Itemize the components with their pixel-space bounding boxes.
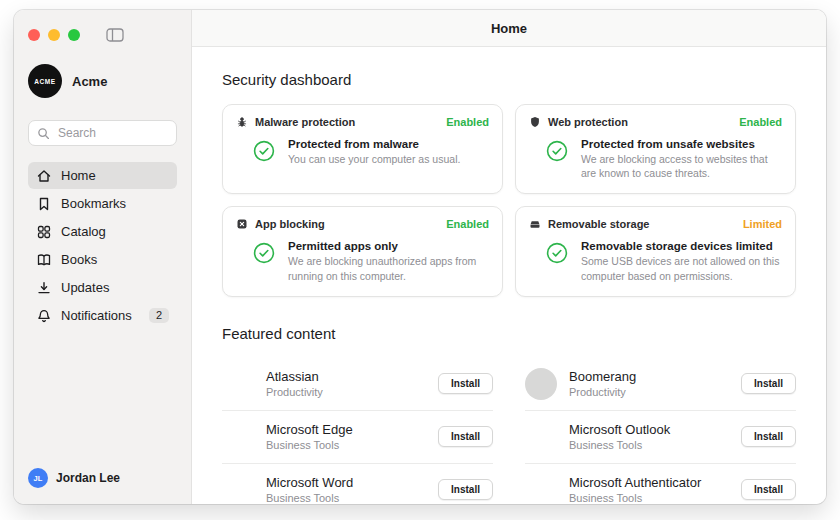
minimize-window-button[interactable] bbox=[48, 29, 60, 41]
window-titlebar bbox=[28, 28, 177, 42]
card-headline: Removable storage devices limited bbox=[581, 240, 782, 252]
search-icon bbox=[37, 127, 50, 140]
status-badge: Enabled bbox=[446, 116, 489, 128]
install-button[interactable]: Install bbox=[741, 373, 796, 394]
acme-logo: ACME bbox=[28, 64, 62, 98]
check-circle-icon bbox=[545, 139, 569, 180]
security-card-removable-storage: Removable storage Limited Removable stor… bbox=[515, 206, 796, 296]
security-card-malware: Malware protection Enabled Protected fro… bbox=[222, 104, 503, 194]
card-title: Removable storage bbox=[548, 218, 649, 230]
app-icon bbox=[222, 474, 254, 504]
page-title: Home bbox=[491, 21, 527, 36]
app-category: Productivity bbox=[569, 386, 636, 398]
user-avatar: JL bbox=[28, 468, 48, 488]
zoom-window-button[interactable] bbox=[68, 29, 80, 41]
app-name: Atlassian bbox=[266, 369, 323, 384]
app-icon bbox=[222, 368, 254, 400]
card-headline: Protected from malware bbox=[288, 138, 460, 150]
bug-icon bbox=[236, 116, 248, 128]
sidebar-item-updates[interactable]: Updates bbox=[28, 274, 177, 301]
app-category: Productivity bbox=[266, 386, 323, 398]
card-title: Malware protection bbox=[255, 116, 355, 128]
sidebar-item-label: Updates bbox=[61, 280, 109, 295]
page: ACME Acme Home bbox=[0, 0, 840, 520]
app-row-microsoft-outlook: Microsoft Outlook Business Tools Install bbox=[525, 411, 796, 464]
main-header: Home bbox=[192, 10, 826, 47]
sidebar-toggle-icon[interactable] bbox=[106, 28, 124, 42]
grid-icon bbox=[36, 224, 52, 240]
status-badge: Limited bbox=[743, 218, 782, 230]
app-category: Business Tools bbox=[266, 439, 353, 451]
app-icon bbox=[525, 474, 557, 504]
card-description: We are blocking access to websites that … bbox=[581, 152, 782, 180]
card-headline: Permitted apps only bbox=[288, 240, 489, 252]
sidebar-item-label: Catalog bbox=[61, 224, 106, 239]
app-row-atlassian: Atlassian Productivity Install bbox=[222, 358, 493, 411]
featured-apps: Atlassian Productivity Install Boomerang… bbox=[222, 358, 796, 504]
app-icon bbox=[525, 421, 557, 453]
install-button[interactable]: Install bbox=[741, 479, 796, 500]
close-window-button[interactable] bbox=[28, 29, 40, 41]
app-window: ACME Acme Home bbox=[14, 10, 826, 504]
check-circle-icon bbox=[252, 241, 276, 282]
app-row-microsoft-authenticator: Microsoft Authenticator Business Tools I… bbox=[525, 464, 796, 504]
search-input[interactable] bbox=[56, 125, 168, 141]
traffic-lights bbox=[28, 29, 80, 41]
app-row-boomerang: Boomerang Productivity Install bbox=[525, 358, 796, 411]
app-category: Business Tools bbox=[569, 492, 701, 504]
card-description: We are blocking unauthorized apps from r… bbox=[288, 254, 489, 282]
app-name: Microsoft Word bbox=[266, 475, 353, 490]
card-title: App blocking bbox=[255, 218, 325, 230]
book-icon bbox=[36, 252, 52, 268]
sidebar: ACME Acme Home bbox=[14, 10, 192, 504]
card-headline: Protected from unsafe websites bbox=[581, 138, 782, 150]
featured-section-title: Featured content bbox=[222, 325, 796, 342]
install-button[interactable]: Install bbox=[438, 426, 493, 447]
main-area: Home Security dashboard bbox=[192, 10, 826, 504]
card-description: Some USB devices are not allowed on this… bbox=[581, 254, 782, 282]
sidebar-item-catalog[interactable]: Catalog bbox=[28, 218, 177, 245]
install-button[interactable]: Install bbox=[741, 426, 796, 447]
search-field[interactable] bbox=[28, 120, 177, 146]
security-card-web: Web protection Enabled Protected from un… bbox=[515, 104, 796, 194]
status-badge: Enabled bbox=[446, 218, 489, 230]
notifications-badge: 2 bbox=[149, 308, 169, 323]
app-row-microsoft-word: Microsoft Word Business Tools Install bbox=[222, 464, 493, 504]
app-row-microsoft-edge: Microsoft Edge Business Tools Install bbox=[222, 411, 493, 464]
security-card-app-blocking: App blocking Enabled Permitted apps only bbox=[222, 206, 503, 296]
install-button[interactable]: Install bbox=[438, 373, 493, 394]
download-icon bbox=[36, 280, 52, 296]
app-name: Microsoft Edge bbox=[266, 422, 353, 437]
status-badge: Enabled bbox=[739, 116, 782, 128]
sidebar-item-books[interactable]: Books bbox=[28, 246, 177, 273]
card-title: Web protection bbox=[548, 116, 628, 128]
security-section-title: Security dashboard bbox=[222, 71, 796, 88]
card-description: You can use your computer as usual. bbox=[288, 152, 460, 166]
sidebar-item-notifications[interactable]: Notifications 2 bbox=[28, 302, 177, 329]
bookmark-icon bbox=[36, 196, 52, 212]
check-circle-icon bbox=[252, 139, 276, 167]
app-name: Boomerang bbox=[569, 369, 636, 384]
drive-icon bbox=[529, 218, 541, 230]
app-category: Business Tools bbox=[569, 439, 670, 451]
install-button[interactable]: Install bbox=[438, 479, 493, 500]
shield-icon bbox=[529, 116, 541, 128]
sidebar-nav: Home Bookmarks bbox=[28, 162, 177, 329]
sidebar-item-bookmarks[interactable]: Bookmarks bbox=[28, 190, 177, 217]
sidebar-item-home[interactable]: Home bbox=[28, 162, 177, 189]
sidebar-item-label: Home bbox=[61, 168, 96, 183]
app-category: Business Tools bbox=[266, 492, 353, 504]
app-name: Microsoft Outlook bbox=[569, 422, 670, 437]
main-content: Security dashboard bbox=[192, 47, 826, 504]
sidebar-item-label: Notifications bbox=[61, 308, 132, 323]
sidebar-item-label: Books bbox=[61, 252, 97, 267]
bell-icon bbox=[36, 308, 52, 324]
security-cards: Malware protection Enabled Protected fro… bbox=[222, 104, 796, 297]
user-menu[interactable]: JL Jordan Lee bbox=[28, 468, 177, 488]
brand: ACME Acme bbox=[28, 64, 177, 98]
sidebar-item-label: Bookmarks bbox=[61, 196, 126, 211]
app-icon bbox=[525, 368, 557, 400]
user-name: Jordan Lee bbox=[56, 471, 120, 485]
block-x-icon bbox=[236, 218, 248, 230]
app-icon bbox=[222, 421, 254, 453]
